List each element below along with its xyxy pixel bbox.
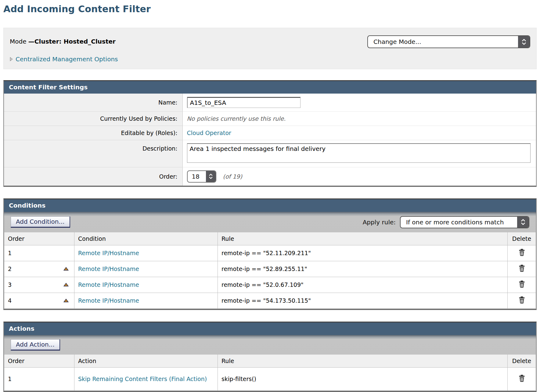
col-order: Order — [4, 354, 74, 367]
roles-label: Editable by (Roles): — [4, 126, 182, 140]
action-row: 1 Skip Remaining Content Filters (Final … — [4, 367, 536, 390]
change-mode-select-value: Change Mode... — [368, 36, 518, 48]
conditions-table-header-row: Order Condition Rule Delete — [4, 232, 536, 245]
action-order: 1 — [8, 376, 12, 382]
name-input[interactable] — [187, 97, 301, 108]
trash-icon — [518, 265, 525, 272]
condition-row: 1 Remote IP/Hostname remote-ip == "52.11… — [4, 245, 536, 261]
delete-condition-button[interactable] — [518, 280, 525, 288]
order-select[interactable]: 18 — [187, 170, 216, 183]
conditions-section: Conditions Add Condition... Apply rule: … — [3, 198, 537, 310]
col-rule: Rule — [218, 232, 508, 245]
move-up-icon[interactable] — [63, 283, 69, 287]
actions-toolbar: Add Action... — [4, 335, 536, 354]
change-mode-select[interactable]: Change Mode... — [367, 35, 530, 48]
roles-link[interactable]: Cloud Operator — [187, 130, 231, 136]
condition-link[interactable]: Remote IP/Hostname — [78, 250, 139, 256]
conditions-toolbar: Add Condition... Apply rule: If one or m… — [4, 212, 536, 232]
condition-row: 3 Remote IP/Hostname remote-ip == "52.0.… — [4, 277, 536, 293]
col-order: Order — [4, 232, 74, 245]
col-condition: Condition — [74, 232, 218, 245]
condition-link[interactable]: Remote IP/Hostname — [78, 265, 139, 272]
condition-order: 2 — [8, 265, 12, 272]
mode-bar: Mode —Cluster: Hosted_Cluster Change Mod… — [3, 28, 537, 69]
chevron-up-down-icon — [206, 171, 216, 182]
policies-label: Currently Used by Policies: — [4, 111, 182, 126]
action-link[interactable]: Skip Remaining Content Filters (Final Ac… — [78, 376, 207, 382]
description-input[interactable]: Area 1 inspected messages for final deli… — [187, 143, 531, 163]
chevron-up-down-icon — [517, 217, 529, 228]
mode-text: Mode —Cluster: Hosted_Cluster — [10, 35, 116, 45]
order-total: (of 19) — [223, 173, 242, 180]
content-filter-settings-table: Name: Currently Used by Policies: No pol… — [4, 94, 536, 186]
trash-icon — [518, 280, 525, 288]
condition-link[interactable]: Remote IP/Hostname — [78, 281, 139, 288]
condition-order: 4 — [8, 297, 12, 304]
actions-section: Actions Add Action... Order Action Rule … — [3, 322, 537, 392]
conditions-table: Order Condition Rule Delete 1 Remote IP/… — [4, 232, 536, 309]
condition-rule: remote-ip == "52.89.255.11" — [221, 265, 307, 272]
condition-rule: remote-ip == "52.11.209.211" — [221, 250, 311, 256]
chevron-up-down-icon — [518, 36, 530, 48]
actions-table-header-row: Order Action Rule Delete — [4, 354, 536, 367]
add-action-button[interactable]: Add Action... — [11, 339, 60, 351]
apply-rule-select[interactable]: If one or more conditions match — [400, 216, 529, 228]
condition-order: 3 — [8, 281, 12, 288]
delete-condition-button[interactable] — [518, 249, 525, 256]
condition-rule: remote-ip == "52.0.67.109" — [221, 281, 304, 288]
description-row: Description: Area 1 inspected messages f… — [4, 140, 536, 167]
move-up-icon[interactable] — [63, 267, 69, 271]
condition-row: 4 Remote IP/Hostname remote-ip == "54.17… — [4, 293, 536, 308]
policies-value: No policies currently use this rule. — [187, 115, 286, 122]
centralized-management-options-label: Centralized Management Options — [16, 55, 118, 63]
name-label: Name: — [4, 94, 182, 111]
condition-order: 1 — [8, 250, 12, 256]
content-filter-settings-header: Content Filter Settings — [4, 81, 536, 94]
order-select-value: 18 — [188, 171, 206, 182]
trash-icon — [518, 375, 525, 382]
mode-label: Mode — [10, 38, 28, 45]
content-filter-settings-section: Content Filter Settings Name: Currently … — [3, 80, 537, 187]
condition-rule: remote-ip == "54.173.50.115" — [221, 297, 311, 304]
add-condition-button[interactable]: Add Condition... — [11, 216, 70, 228]
disclosure-right-triangle-icon — [10, 57, 13, 61]
col-action: Action — [74, 354, 218, 367]
description-label: Description: — [4, 140, 182, 167]
policies-row: Currently Used by Policies: No policies … — [4, 111, 536, 126]
move-up-icon[interactable] — [63, 299, 69, 302]
apply-rule-select-value: If one or more conditions match — [401, 217, 517, 228]
centralized-management-options-link[interactable]: Centralized Management Options — [10, 55, 118, 63]
page-title: Add Incoming Content Filter — [3, 4, 537, 14]
order-row: Order: 18 (of 19) — [4, 167, 536, 186]
order-label: Order: — [4, 167, 182, 186]
apply-rule-label: Apply rule: — [363, 219, 396, 226]
roles-row: Editable by (Roles): Cloud Operator — [4, 126, 536, 140]
delete-condition-button[interactable] — [518, 296, 525, 304]
col-rule: Rule — [218, 354, 508, 367]
conditions-header: Conditions — [4, 199, 536, 212]
trash-icon — [518, 296, 525, 304]
delete-condition-button[interactable] — [518, 265, 525, 272]
condition-row: 2 Remote IP/Hostname remote-ip == "52.89… — [4, 261, 536, 277]
condition-link[interactable]: Remote IP/Hostname — [78, 297, 139, 304]
delete-action-button[interactable] — [518, 375, 525, 382]
actions-header: Actions — [4, 323, 536, 335]
actions-table: Order Action Rule Delete 1 Skip Remainin… — [4, 354, 536, 391]
mode-value: —Cluster: Hosted_Cluster — [28, 38, 116, 45]
trash-icon — [518, 249, 525, 256]
col-delete: Delete — [508, 232, 536, 245]
col-delete: Delete — [508, 354, 536, 367]
action-rule: skip-filters() — [221, 376, 256, 382]
name-row: Name: — [4, 94, 536, 111]
